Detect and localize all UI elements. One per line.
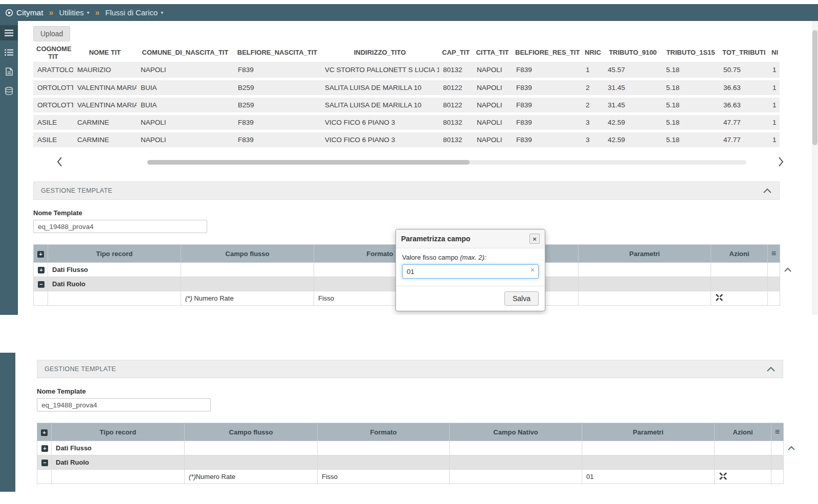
group-label: Dati Flusso [52,441,185,455]
sidebar-menu-button[interactable] [0,25,18,40]
cell [450,441,582,455]
modal-body: Valore fisso campo (max. 2): × [396,248,545,286]
cell: 5.18 [662,62,719,79]
upload-button[interactable]: Upload [33,26,70,41]
vertical-scrollbar[interactable] [812,21,818,315]
formato-cell: Fisso [318,470,450,484]
cell: NAPOLI [137,131,234,149]
sidebar-list-button[interactable] [0,44,18,60]
cell: ASILE [33,131,73,149]
collapse-panel-button[interactable] [763,188,772,194]
expand-icon[interactable]: + [38,267,45,273]
expand-all-icon[interactable]: + [41,429,48,436]
scroll-left-button[interactable] [56,156,63,169]
collapse-icon[interactable]: − [38,281,45,288]
cell: 5.18 [662,79,719,97]
record-row[interactable]: ASILECARMINENAPOLIF839VICO FICO 6 PIANO … [33,131,780,149]
brand-link[interactable]: Citymat [5,8,43,17]
cell [715,455,771,470]
cell [771,470,784,484]
cell: 31.45 [604,97,662,114]
column-header: INDIRIZZO_TITO [321,44,439,62]
template-scroll-up-button[interactable] [787,445,795,452]
column-header: Campo flusso [181,245,314,263]
modal-footer: Salva [396,286,545,311]
citymat-logo-icon [5,9,13,17]
app-sidebar-strip [0,353,15,492]
nav-utilities[interactable]: Utilities ▾ [59,8,89,17]
cell: BUIA [137,97,234,114]
campo-flusso-label: Numero Rate [196,473,235,480]
cell: 47.77 [719,131,768,149]
column-header: Campo flusso [185,423,318,441]
cell: F839 [512,97,582,114]
nav-utilities-label: Utilities [59,8,83,17]
expand-icon[interactable]: + [41,445,48,452]
field-label-hint: (max. 2): [460,254,486,261]
gestione-template-panel-header[interactable]: GESTIONE TEMPLATE [33,181,780,200]
valore-fisso-input[interactable] [402,264,539,279]
cell: 50.75 [719,62,768,79]
cell: 5.18 [662,114,719,131]
nav-flussi-di-carico[interactable]: Flussi di Carico ▾ [105,8,164,17]
nav-flussi-label: Flussi di Carico [105,8,158,17]
cell: 5.18 [662,131,719,149]
record-row[interactable]: ORTOLOTTIVALENTINA MARIABUIAB259SALITA L… [33,97,780,114]
parametrizza-campo-modal: Parametrizza campo × Valore fisso campo … [395,229,545,311]
nome-template-input[interactable] [33,220,207,233]
cell: BUIA [137,79,234,97]
unlink-action-button[interactable] [719,472,727,482]
salva-button[interactable]: Salva [504,291,539,306]
nome-template-input[interactable] [37,398,211,411]
chevron-up-icon [787,446,795,451]
vertical-scrollbar-thumb[interactable] [812,30,817,145]
cell: VALENTINA MARIA [73,79,137,97]
sidebar-file-button[interactable] [0,64,18,79]
chevron-up-icon [763,188,772,194]
cell: CARMINE [73,114,137,131]
bottom-screenshot: GESTIONE TEMPLATE Nome Template + [0,353,818,504]
chevron-right-icon [778,156,784,167]
cell [450,455,582,470]
scroll-right-button[interactable] [778,156,784,169]
unlink-action-button[interactable] [715,293,723,303]
column-header: Formato [318,423,450,441]
top-margin [0,0,818,4]
horizontal-scrollbar-track[interactable] [147,160,746,165]
clear-icon[interactable]: × [528,266,537,274]
record-row[interactable]: ARATTOLOMAURIZIONAPOLIF839VC STORTO PALL… [33,62,780,79]
cell [181,277,314,291]
cell: SALITA LUISA DE MARILLA 10 [321,97,439,114]
collapse-panel-button[interactable] [766,366,776,372]
record-row[interactable]: ASILECARMINENAPOLIF839VICO FICO 6 PIANO … [33,114,780,131]
nome-template-label: Nome Template [37,387,818,395]
horizontal-scrollbar-thumb[interactable] [147,160,470,165]
column-header: BELFIORE_NASCITA_TIT [234,44,321,62]
cell: 1 [768,97,780,114]
close-icon[interactable]: × [529,234,540,244]
cell [711,263,768,277]
brand-label: Citymat [16,8,43,17]
sidebar-database-button[interactable] [0,83,18,99]
cell: 1 [768,131,780,149]
gestione-template-panel-header[interactable]: GESTIONE TEMPLATE [37,360,783,378]
columns-menu-icon[interactable]: ≡ [771,249,776,258]
columns-menu-icon[interactable]: ≡ [775,427,780,437]
cell [771,455,784,470]
cell [711,277,768,291]
template-scroll-gutter [780,244,795,274]
cell: ORTOLOTTI [33,79,73,97]
expand-all-icon[interactable]: + [37,251,44,258]
template-scroll-up-button[interactable] [784,266,792,274]
cell [318,441,450,455]
panel-title: GESTIONE TEMPLATE [45,365,116,373]
field-row-numero-rate: (*)Numero Rate Fisso 01 [37,470,784,484]
required-marker: (*) [189,473,196,480]
cell [37,470,52,484]
valore-fisso-label: Valore fisso campo (max. 2): [402,254,539,261]
record-row[interactable]: ORTOLOTTIVALENTINA MARIABUIAB259SALITA L… [33,79,780,97]
cell: 80132 [439,62,473,79]
azioni-cell [711,291,768,306]
cell [181,263,314,277]
collapse-icon[interactable]: − [41,460,48,466]
